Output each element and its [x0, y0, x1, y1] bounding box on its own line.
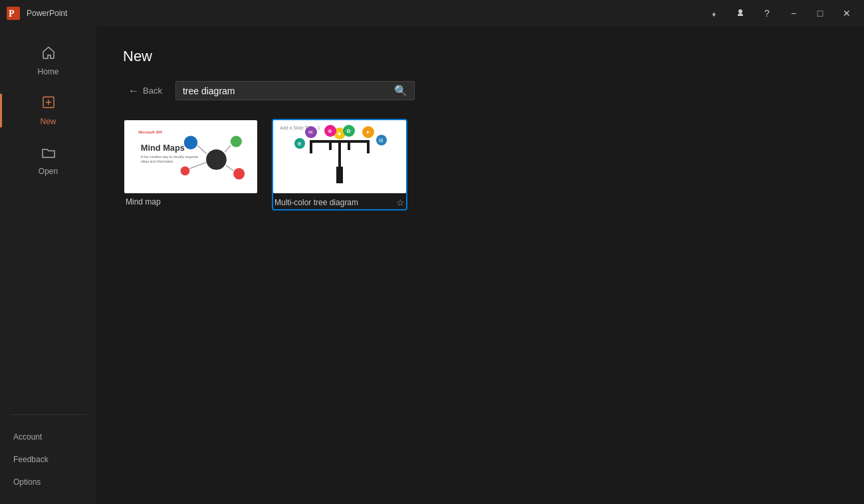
svg-text:P: P — [9, 9, 15, 19]
svg-text:Microsoft 365: Microsoft 365 — [138, 130, 163, 134]
app-name: PowerPoint — [27, 9, 67, 18]
svg-point-17 — [181, 167, 190, 176]
search-row: ← Back 🔍 — [123, 81, 837, 100]
new-icon — [41, 95, 56, 113]
diamond-button[interactable]: ⬧ — [702, 3, 726, 24]
close-button[interactable]: ✕ — [835, 3, 859, 24]
mind-map-label: Mind map — [126, 197, 161, 207]
title-bar-right: ⬧ ? − □ ✕ — [702, 3, 859, 24]
svg-rect-24 — [310, 140, 312, 153]
svg-rect-26 — [348, 140, 350, 150]
sidebar-account[interactable]: Account — [0, 426, 96, 448]
back-label: Back — [143, 86, 162, 96]
sidebar-feedback[interactable]: Feedback — [0, 448, 96, 471]
mind-map-thumbnail: Microsoft 365 Mind Maps A fun creative w… — [124, 120, 257, 193]
svg-rect-27 — [367, 140, 370, 153]
minimize-button[interactable]: − — [782, 3, 806, 24]
sidebar-item-new-label: New — [40, 117, 56, 126]
sidebar-options[interactable]: Options — [0, 471, 96, 493]
template-card-tree-diagram[interactable]: Add a Slide Title - 1 — [272, 119, 407, 210]
svg-text:⊕: ⊕ — [328, 128, 332, 134]
svg-rect-25 — [329, 140, 332, 150]
svg-text:ideas and information.: ideas and information. — [141, 159, 174, 163]
maximize-button[interactable]: □ — [808, 3, 832, 24]
sidebar-item-home[interactable]: Home — [0, 37, 96, 84]
template-card-mind-map[interactable]: Microsoft 365 Mind Maps A fun creative w… — [123, 119, 259, 210]
sidebar-item-new[interactable]: New — [0, 87, 96, 134]
svg-rect-22 — [338, 140, 341, 170]
app-logo: P — [5, 5, 21, 21]
svg-text:✉: ✉ — [308, 129, 313, 135]
help-button[interactable]: ? — [755, 3, 779, 24]
search-icon[interactable]: 🔍 — [394, 84, 407, 97]
page-title: New — [123, 48, 837, 65]
tree-thumbnail: Add a Slide Title - 1 — [273, 120, 406, 193]
svg-text:⊟: ⊟ — [379, 137, 383, 143]
template-label-row-mind-map: Mind map — [124, 193, 257, 208]
open-icon — [41, 145, 56, 163]
people-button[interactable] — [728, 3, 752, 24]
svg-point-11 — [184, 135, 198, 149]
svg-text:A fun creative way to visually: A fun creative way to visually organise — [141, 155, 198, 159]
back-button[interactable]: ← Back — [123, 82, 167, 100]
templates-grid: Microsoft 365 Mind Maps A fun creative w… — [123, 119, 837, 210]
svg-rect-23 — [310, 140, 370, 143]
sidebar-nav: Home New — [0, 32, 96, 409]
template-label-row-tree: Multi-color tree diagram ☆ — [273, 193, 406, 209]
star-icon[interactable]: ☆ — [396, 197, 405, 208]
sidebar-item-open[interactable]: Open — [0, 137, 96, 184]
sidebar-item-home-label: Home — [37, 67, 58, 76]
svg-point-15 — [233, 168, 245, 179]
sidebar: Home New — [0, 27, 96, 504]
svg-text:⊕: ⊕ — [297, 141, 302, 147]
svg-point-10 — [206, 149, 227, 170]
content-area: New ← Back 🔍 Microsoft 365 — [96, 27, 864, 504]
home-icon — [41, 45, 56, 63]
sidebar-bottom: Account Feedback Options — [0, 420, 96, 499]
title-bar: P PowerPoint ⬧ ? − □ ✕ — [0, 0, 864, 27]
svg-text:Mind Maps: Mind Maps — [141, 143, 185, 153]
sidebar-item-open-label: Open — [39, 167, 58, 176]
svg-point-13 — [231, 135, 242, 147]
main-layout: Home New — [0, 27, 864, 504]
svg-text:✿: ✿ — [346, 128, 351, 134]
tree-diagram-label: Multi-color tree diagram — [274, 198, 358, 207]
sidebar-divider — [10, 414, 87, 415]
svg-text:✦: ✦ — [366, 129, 370, 135]
title-bar-left: P PowerPoint — [5, 5, 67, 21]
svg-text:★: ★ — [337, 131, 342, 137]
search-input[interactable] — [183, 86, 394, 96]
back-arrow-icon: ← — [128, 85, 139, 97]
search-box: 🔍 — [175, 81, 415, 100]
